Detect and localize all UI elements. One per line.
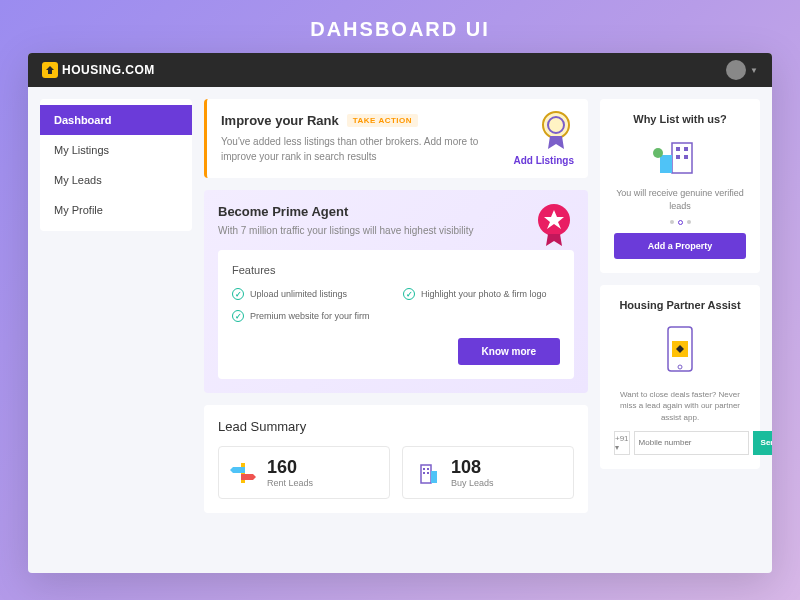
prime-agent-card: Become Prime Agent With 7 million traffi… [204, 190, 588, 393]
check-icon [232, 310, 244, 322]
feature-item: Upload unlimited listings [232, 288, 389, 300]
lead-summary-card: Lead Summary 160 Rent Leads [204, 405, 588, 513]
buy-leads-box[interactable]: 108 Buy Leads [402, 446, 574, 499]
why-list-card: Why List with us? You will receive genui… [600, 99, 760, 273]
svg-rect-9 [431, 471, 437, 483]
svg-rect-15 [660, 155, 672, 173]
app-window: HOUSING.COM ▼ Dashboard My Listings My L… [28, 53, 772, 573]
brand-logo[interactable]: HOUSING.COM [42, 62, 155, 78]
buildings-icon [650, 135, 710, 179]
send-button[interactable]: Send [753, 431, 772, 455]
svg-rect-11 [676, 147, 680, 151]
know-more-button[interactable]: Know more [458, 338, 560, 365]
partner-assist-card: Housing Partner Assist Want to close dea… [600, 285, 760, 469]
chevron-down-icon: ▼ [750, 66, 758, 75]
sidebar: Dashboard My Listings My Leads My Profil… [40, 99, 192, 231]
check-icon [403, 288, 415, 300]
brand-text: HOUSING.COM [62, 63, 155, 77]
sidebar-item-dashboard[interactable]: Dashboard [40, 105, 192, 135]
lead-summary-title: Lead Summary [218, 419, 574, 434]
rank-title: Improve your Rank [221, 113, 339, 128]
take-action-badge: TAKE ACTION [347, 114, 418, 127]
add-listings-link[interactable]: Add Listings [513, 155, 574, 166]
sidebar-item-profile[interactable]: My Profile [40, 195, 192, 225]
feature-item: Premium website for your firm [232, 310, 389, 322]
star-badge-icon [534, 202, 574, 254]
svg-rect-7 [423, 472, 425, 474]
rank-text: You've added less listings than other br… [221, 134, 501, 164]
feature-item: Highlight your photo & firm logo [403, 288, 560, 300]
buy-leads-count: 108 [451, 457, 494, 478]
buy-leads-label: Buy Leads [451, 478, 494, 488]
svg-point-16 [653, 148, 663, 158]
features-box: Features Upload unlimited listings Highl… [218, 250, 574, 379]
svg-rect-5 [423, 468, 425, 470]
svg-rect-13 [676, 155, 680, 159]
prime-title: Become Prime Agent [218, 204, 574, 219]
check-icon [232, 288, 244, 300]
svg-point-0 [543, 112, 569, 138]
medal-icon [538, 109, 574, 157]
rent-leads-label: Rent Leads [267, 478, 313, 488]
rent-leads-box[interactable]: 160 Rent Leads [218, 446, 390, 499]
svg-rect-4 [421, 465, 431, 483]
why-text: You will receive genuine verified leads [614, 187, 746, 212]
rent-leads-count: 160 [267, 457, 313, 478]
sidebar-item-listings[interactable]: My Listings [40, 135, 192, 165]
svg-rect-12 [684, 147, 688, 151]
topbar: HOUSING.COM ▼ [28, 53, 772, 87]
rank-card: Improve your Rank TAKE ACTION You've add… [204, 99, 588, 178]
assist-title: Housing Partner Assist [614, 299, 746, 311]
dot[interactable] [687, 220, 691, 224]
add-property-button[interactable]: Add a Property [614, 233, 746, 259]
why-title: Why List with us? [614, 113, 746, 125]
prime-subtitle: With 7 million traffic your listings wil… [218, 225, 574, 236]
svg-rect-10 [672, 143, 692, 173]
dot-active[interactable] [678, 220, 683, 225]
svg-rect-6 [427, 468, 429, 470]
svg-rect-8 [427, 472, 429, 474]
building-icon [413, 459, 441, 487]
page-heading: DAHSBOARD UI [0, 0, 800, 53]
dot[interactable] [670, 220, 674, 224]
logo-icon [42, 62, 58, 78]
assist-text: Want to close deals faster? Never miss a… [614, 389, 746, 423]
user-menu[interactable]: ▼ [726, 60, 758, 80]
phone-icon [658, 321, 702, 381]
signpost-icon [229, 459, 257, 487]
features-label: Features [232, 264, 560, 276]
mobile-input[interactable] [634, 431, 749, 455]
country-code-select[interactable]: +91 ▾ [614, 431, 630, 455]
avatar [726, 60, 746, 80]
sidebar-item-leads[interactable]: My Leads [40, 165, 192, 195]
svg-point-19 [678, 365, 682, 369]
carousel-dots[interactable] [614, 220, 746, 225]
svg-rect-14 [684, 155, 688, 159]
